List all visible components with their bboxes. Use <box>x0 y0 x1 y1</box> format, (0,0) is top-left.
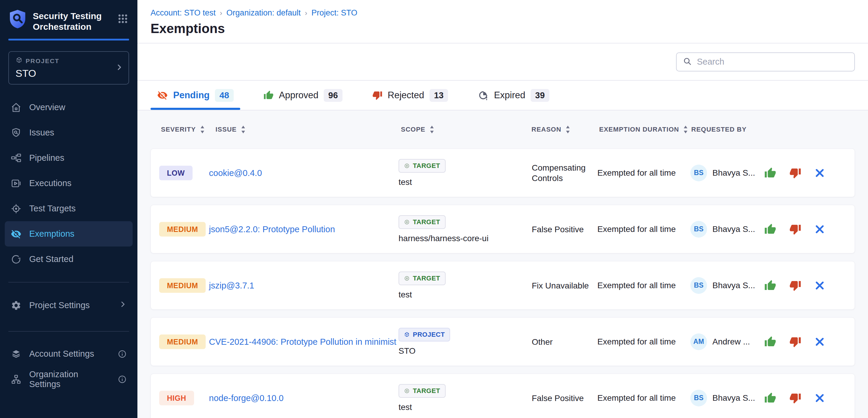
sidebar-item-test-targets[interactable]: Test Targets <box>5 196 133 221</box>
sidebar-item-pipelines[interactable]: Pipelines <box>5 145 133 171</box>
avatar: BS <box>690 165 707 181</box>
scope-name: test <box>399 403 527 412</box>
table-header: SEVERITY ISSUE SCOPE REASON EXEMPTION DU… <box>151 110 855 148</box>
breadcrumb-separator: › <box>220 9 222 17</box>
avatar: BS <box>690 277 707 294</box>
requested-by-cell: BS Bhavya S... <box>690 221 755 238</box>
severity-badge: LOW <box>159 166 192 180</box>
search-icon <box>683 57 692 67</box>
approve-button[interactable] <box>764 392 776 404</box>
cancel-button[interactable] <box>814 337 825 347</box>
column-header-severity[interactable]: SEVERITY <box>161 126 205 133</box>
scope-target-chip: TARGET <box>399 272 445 285</box>
sidebar-item-project-settings[interactable]: Project Settings <box>5 293 133 318</box>
page-header: Account: STO test › Organization: defaul… <box>137 0 868 43</box>
row-actions <box>764 223 825 235</box>
target-icon <box>404 163 410 169</box>
cancel-button[interactable] <box>814 224 825 235</box>
requested-by-cell: BS Bhavya S... <box>690 390 755 407</box>
sidebar-item-overview[interactable]: Overview <box>5 95 133 120</box>
table-row: LOW cookie@0.4.0 TARGET test Compensatin… <box>151 148 855 197</box>
approve-button[interactable] <box>764 223 776 235</box>
breadcrumb-project-link[interactable]: Project: STO <box>311 8 358 18</box>
scope-cell: TARGET test <box>399 159 527 187</box>
reason: Fix Unavailable <box>532 280 602 290</box>
target-icon <box>404 219 410 225</box>
reject-button[interactable] <box>789 280 801 291</box>
clock-expired-icon <box>478 90 489 101</box>
sidebar-item-executions[interactable]: Executions <box>5 171 133 196</box>
column-header-issue[interactable]: ISSUE <box>216 126 246 133</box>
sidebar-item-label: Get Started <box>29 254 73 264</box>
column-header-reason[interactable]: REASON <box>531 126 570 133</box>
approve-button[interactable] <box>764 280 776 291</box>
requester-name: Bhavya S... <box>712 224 755 234</box>
row-actions <box>764 392 825 404</box>
project-selector[interactable]: PROJECT STO <box>8 51 129 84</box>
tab-pending[interactable]: Pending 48 <box>151 81 240 110</box>
thumbs-up-icon <box>264 90 274 100</box>
target-icon <box>404 388 410 394</box>
severity-badge: MEDIUM <box>159 222 206 236</box>
breadcrumb-account-link[interactable]: Account: STO test <box>151 8 216 18</box>
exemption-duration: Exempted for all time <box>597 281 690 290</box>
tab-expired[interactable]: Expired 39 <box>471 81 556 110</box>
cancel-button[interactable] <box>814 393 825 404</box>
sidebar-item-exemptions[interactable]: Exemptions <box>5 221 133 246</box>
reject-button[interactable] <box>789 336 801 348</box>
column-header-scope[interactable]: SCOPE <box>401 126 434 133</box>
tab-rejected[interactable]: Rejected 13 <box>366 81 455 110</box>
layers-icon <box>11 349 22 359</box>
issue-link[interactable]: CVE-2021-44906: Prototype Pollution in m… <box>209 335 397 348</box>
requested-by-cell: BS Bhavya S... <box>690 165 755 181</box>
tab-label: Approved <box>279 90 319 101</box>
info-icon[interactable] <box>118 375 127 384</box>
sidebar-item-organization-settings[interactable]: Organization Settings <box>5 367 133 392</box>
get-started-icon <box>11 254 22 265</box>
scope-name: STO <box>399 346 527 356</box>
issue-link[interactable]: jszip@3.7.1 <box>209 279 397 292</box>
module-grid-icon[interactable] <box>117 13 128 26</box>
requester-name: Andrew ... <box>712 337 750 347</box>
scope-name: test <box>399 290 527 300</box>
cancel-button[interactable] <box>814 280 825 291</box>
reject-button[interactable] <box>789 167 801 179</box>
sidebar-item-issues[interactable]: Issues <box>5 120 133 145</box>
exemption-duration: Exempted for all time <box>597 168 690 178</box>
sort-icon <box>430 126 434 133</box>
brand-accent-rule <box>8 39 129 40</box>
pipelines-icon <box>11 153 22 164</box>
reject-button[interactable] <box>789 392 801 404</box>
cancel-button[interactable] <box>814 168 825 178</box>
breadcrumb-organization-link[interactable]: Organization: default <box>226 8 301 18</box>
reason: Other <box>532 337 602 347</box>
sort-icon <box>683 126 688 133</box>
approve-button[interactable] <box>764 336 776 348</box>
sidebar-item-label: Organization Settings <box>29 370 110 389</box>
sidebar: Security Testing Orchestration PROJECT S… <box>0 0 137 418</box>
column-header-exemption-duration[interactable]: EXEMPTION DURATION <box>599 126 688 133</box>
org-hierarchy-icon <box>11 374 22 385</box>
row-actions <box>764 280 825 291</box>
thumbs-down-icon <box>372 90 382 100</box>
status-tabs: Pending 48 Approved 96 Rejected 13 Expir… <box>137 81 868 110</box>
scope-project-chip: PROJECT <box>399 328 450 342</box>
sidebar-item-account-settings[interactable]: Account Settings <box>5 341 133 367</box>
reject-button[interactable] <box>789 223 801 235</box>
main-content: Account: STO test › Organization: defaul… <box>137 0 868 418</box>
exemption-duration: Exempted for all time <box>597 393 690 403</box>
sidebar-item-get-started[interactable]: Get Started <box>5 246 133 272</box>
scope-target-chip: TARGET <box>399 159 445 173</box>
issue-link[interactable]: cookie@0.4.0 <box>209 166 397 179</box>
search-input[interactable] <box>697 57 848 67</box>
page-title: Exemptions <box>151 21 855 36</box>
eye-off-icon <box>157 90 168 101</box>
approve-button[interactable] <box>764 167 776 179</box>
issue-link[interactable]: node-forge@0.10.0 <box>209 391 397 405</box>
info-icon[interactable] <box>118 350 127 358</box>
tab-approved[interactable]: Approved 96 <box>257 81 349 110</box>
scope-cell: TARGET harness/harness-core-ui <box>399 215 527 243</box>
project-selector-label: PROJECT <box>26 58 59 65</box>
scope-cell: TARGET test <box>399 272 527 300</box>
issue-link[interactable]: json5@2.2.0: Prototype Pollution <box>209 222 397 236</box>
